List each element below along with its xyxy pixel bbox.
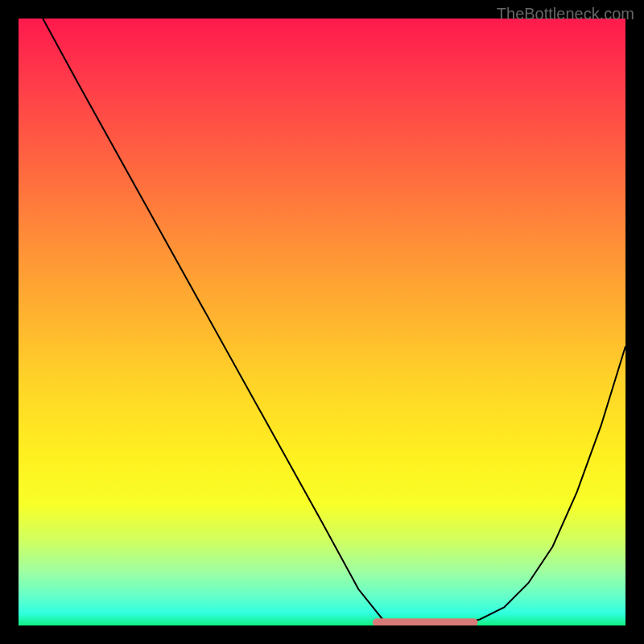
bottleneck-curve xyxy=(43,19,625,625)
watermark-text: TheBottleneck.com xyxy=(497,5,634,23)
chart-svg xyxy=(19,19,625,625)
plot-gradient-area xyxy=(19,19,625,625)
